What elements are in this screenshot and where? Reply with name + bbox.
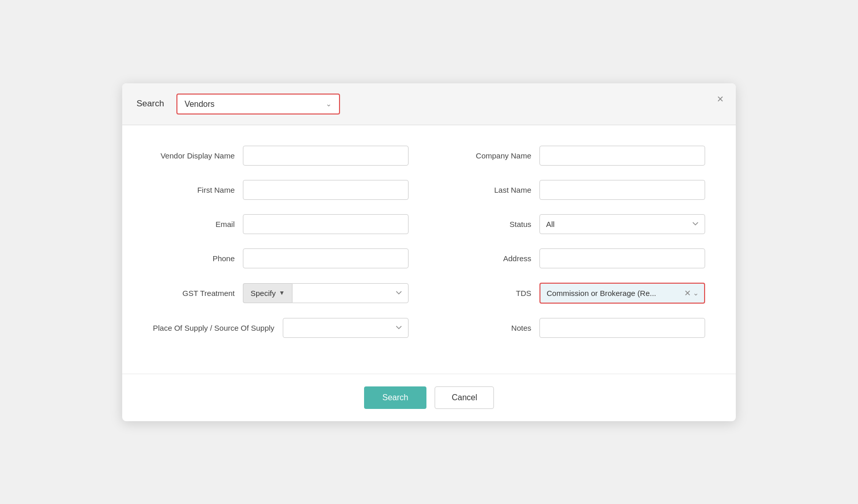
tds-label: TDS xyxy=(449,288,531,299)
first-name-input[interactable] xyxy=(243,180,409,200)
address-label: Address xyxy=(449,253,531,264)
gst-treatment-control: Specify ▼ xyxy=(243,283,409,303)
place-of-supply-label: Place Of Supply / Source Of Supply xyxy=(153,323,275,333)
phone-label: Phone xyxy=(153,253,235,264)
tds-clear-button[interactable]: ✕ xyxy=(682,288,693,298)
tds-chevron-icon: ⌄ xyxy=(693,289,704,297)
modal-body: Vendor Display Name Company Name First N… xyxy=(122,125,736,374)
search-dropdown-wrapper: Vendors Customers Employees ⌄ xyxy=(176,94,340,114)
phone-row: Phone xyxy=(153,248,409,268)
vendor-display-name-label: Vendor Display Name xyxy=(153,150,235,161)
modal-footer: Search Cancel xyxy=(122,374,736,421)
first-name-label: First Name xyxy=(153,185,235,195)
specify-dropdown-arrow: ▼ xyxy=(279,289,285,296)
email-input[interactable] xyxy=(243,214,409,234)
gst-select[interactable] xyxy=(292,283,409,303)
notes-input[interactable] xyxy=(539,318,705,338)
specify-label: Specify xyxy=(251,289,276,297)
notes-label: Notes xyxy=(449,323,531,333)
vendor-display-name-input[interactable] xyxy=(243,146,409,166)
email-label: Email xyxy=(153,219,235,230)
modal-header: Search Vendors Customers Employees ⌄ × xyxy=(122,83,736,125)
place-of-supply-select[interactable]: State 1 State 2 xyxy=(283,318,409,338)
place-of-supply-row: Place Of Supply / Source Of Supply State… xyxy=(153,318,409,338)
last-name-label: Last Name xyxy=(449,185,531,195)
address-row: Address xyxy=(449,248,705,268)
search-modal: Search Vendors Customers Employees ⌄ × V… xyxy=(122,83,736,421)
company-name-label: Company Name xyxy=(449,150,531,161)
search-label: Search xyxy=(137,99,164,109)
status-select[interactable]: All Active Inactive xyxy=(539,214,705,234)
last-name-row: Last Name xyxy=(449,180,705,200)
notes-row: Notes xyxy=(449,318,705,338)
tds-input[interactable] xyxy=(540,284,682,303)
vendor-display-name-row: Vendor Display Name xyxy=(153,146,409,166)
first-name-row: First Name xyxy=(153,180,409,200)
specify-button[interactable]: Specify ▼ xyxy=(243,283,292,303)
address-input[interactable] xyxy=(539,248,705,268)
phone-input[interactable] xyxy=(243,248,409,268)
cancel-button[interactable]: Cancel xyxy=(435,386,494,409)
last-name-input[interactable] xyxy=(539,180,705,200)
search-dropdown[interactable]: Vendors Customers Employees xyxy=(177,95,326,113)
form-grid: Vendor Display Name Company Name First N… xyxy=(153,146,705,338)
close-button[interactable]: × xyxy=(717,94,724,105)
gst-treatment-label: GST Treatment xyxy=(153,288,235,299)
gst-treatment-row: GST Treatment Specify ▼ xyxy=(153,283,409,304)
search-button[interactable]: Search xyxy=(364,386,427,409)
company-name-row: Company Name xyxy=(449,146,705,166)
tds-row: TDS ✕ ⌄ xyxy=(449,283,705,304)
status-row: Status All Active Inactive xyxy=(449,214,705,234)
status-label: Status xyxy=(449,219,531,230)
company-name-input[interactable] xyxy=(539,146,705,166)
email-row: Email xyxy=(153,214,409,234)
chevron-down-icon: ⌄ xyxy=(326,100,339,108)
tds-control: ✕ ⌄ xyxy=(539,283,705,304)
